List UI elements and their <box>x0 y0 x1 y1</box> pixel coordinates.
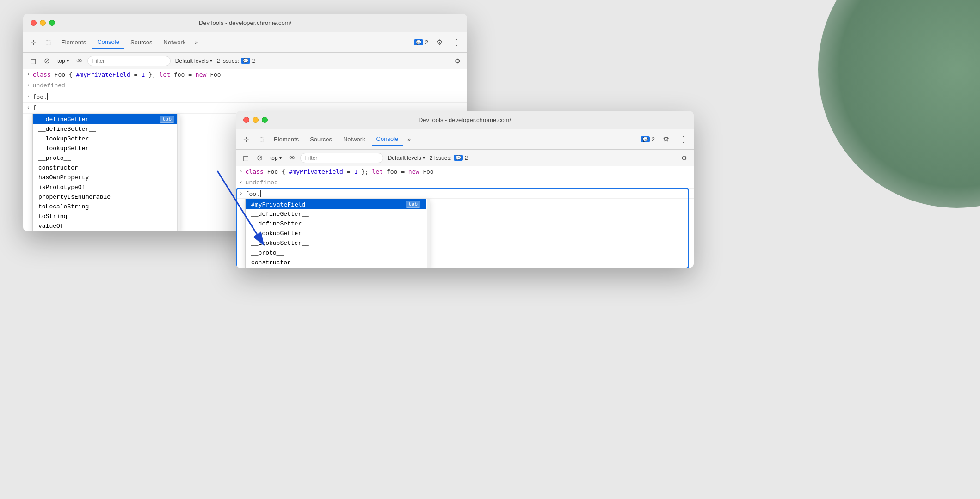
close-button-back[interactable] <box>31 20 37 26</box>
issue-badge-back[interactable]: 💬 2 <box>414 39 428 46</box>
maximize-button-front[interactable] <box>262 117 268 123</box>
foo-input-back: foo. <box>33 93 47 100</box>
maximize-button-back[interactable] <box>49 20 55 26</box>
issues-label-back[interactable]: 2 Issues: 💬 2 <box>217 58 255 64</box>
settings-btn-back[interactable]: ⚙ <box>451 55 463 67</box>
cursor-icon-front[interactable]: ⊹ <box>240 133 253 146</box>
dock-icon[interactable]: ⬚ <box>42 36 55 49</box>
autocomplete-item-3-front[interactable]: __lookupGetter__ <box>246 229 426 238</box>
autocomplete-item-5-front[interactable]: __proto__ <box>246 248 426 258</box>
autocomplete-dropdown-back: __defineGetter__ tab __defineSetter__ __… <box>32 114 180 231</box>
console-row-1-front: › class Foo { #myPrivateField = 1 }; let… <box>236 166 694 177</box>
levels-btn-front[interactable]: Default levels ▾ <box>385 153 428 163</box>
context-selector-front[interactable]: top ▾ <box>267 153 284 163</box>
autocomplete-item-1-back[interactable]: __defineSetter__ <box>33 124 180 134</box>
autocomplete-label-10-back: toString <box>38 213 67 220</box>
autocomplete-item-8-back[interactable]: propertyIsEnumerable <box>33 192 180 202</box>
autocomplete-label-2-front: __defineSetter__ <box>251 220 309 227</box>
autocomplete-item-4-front[interactable]: __lookupSetter__ <box>246 238 426 248</box>
issues-badge-icon-back: 💬 <box>241 58 250 64</box>
tab-console-back[interactable]: Console <box>92 36 124 49</box>
autocomplete-label-4-back: __proto__ <box>38 155 71 162</box>
cursor-icon[interactable]: ⊹ <box>27 36 40 49</box>
console-row-3-front: › foo. <box>236 189 694 199</box>
minimize-button-back[interactable] <box>40 20 46 26</box>
autocomplete-item-10-back[interactable]: toString <box>33 212 180 221</box>
message-icon-front: 💬 <box>641 136 650 142</box>
autocomplete-item-1-front[interactable]: __defineGetter__ <box>246 209 426 219</box>
issues-badge-icon-front: 💬 <box>454 155 463 161</box>
console-row-3-back: › foo. <box>23 91 467 103</box>
arrow-right-1-back[interactable]: › <box>27 72 30 77</box>
filter-input-front[interactable] <box>300 153 383 163</box>
tab-right-front: 💬 2 ⚙ ⋮ <box>641 133 690 146</box>
arrow-right-3-back[interactable]: › <box>27 94 30 99</box>
traffic-lights-back <box>31 20 55 26</box>
clear-btn-front[interactable]: ⊘ <box>253 152 265 164</box>
more-icon-tab-front[interactable]: ⋮ <box>677 133 690 146</box>
more-icon-tab-back[interactable]: ⋮ <box>450 36 463 49</box>
autocomplete-item-6-back[interactable]: hasOwnProperty <box>33 173 180 183</box>
tab-elements-back[interactable]: Elements <box>56 36 91 49</box>
arrow-right-1-front[interactable]: › <box>240 169 243 174</box>
tab-console-front[interactable]: Console <box>372 133 403 146</box>
autocomplete-label-8-back: propertyIsEnumerable <box>38 194 111 201</box>
autocomplete-item-4-back[interactable]: __proto__ <box>33 153 180 163</box>
tab-elements-front[interactable]: Elements <box>269 133 303 146</box>
tab-more-back[interactable]: » <box>192 37 201 48</box>
tab-right-back: 💬 2 ⚙ ⋮ <box>414 36 463 49</box>
autocomplete-label-3-front: __lookupGetter__ <box>251 230 309 237</box>
autocomplete-scrollbar-front[interactable] <box>427 199 430 268</box>
autocomplete-item-2-front[interactable]: __defineSetter__ <box>246 219 426 229</box>
dock-icon-front[interactable]: ⬚ <box>254 133 267 146</box>
issues-text-front: 2 Issues: <box>430 155 452 161</box>
autocomplete-label-7-back: isPrototypeOf <box>38 184 85 191</box>
tab-sources-front[interactable]: Sources <box>305 133 337 146</box>
tab-hint-0-back: tab <box>160 116 174 123</box>
autocomplete-item-5-back[interactable]: constructor <box>33 163 180 173</box>
issues-count-back: 2 <box>252 58 255 64</box>
autocomplete-item-0-front[interactable]: #myPrivateField tab <box>246 199 426 209</box>
levels-btn-back[interactable]: Default levels ▾ <box>173 56 215 66</box>
tab-network-front[interactable]: Network <box>339 133 370 146</box>
undefined-val-front: undefined <box>246 179 278 186</box>
issues-label-front[interactable]: 2 Issues: 💬 2 <box>430 155 468 161</box>
eye-btn-back[interactable]: 👁 <box>74 55 86 67</box>
chevron-icon-front: ▾ <box>279 155 282 160</box>
settings-btn-front[interactable]: ⚙ <box>678 152 690 164</box>
autocomplete-label-1-front: __defineGetter__ <box>251 211 309 218</box>
issues-count-tab-back: 2 <box>425 39 428 46</box>
sidebar-toggle-front[interactable]: ◫ <box>240 152 252 164</box>
sidebar-toggle-back[interactable]: ◫ <box>27 55 39 67</box>
issue-badge-front[interactable]: 💬 2 <box>641 136 655 143</box>
autocomplete-dropdown-front: #myPrivateField tab __defineGetter__ __d… <box>245 199 430 268</box>
tab-sources-back[interactable]: Sources <box>126 36 157 49</box>
autocomplete-item-11-back[interactable]: valueOf <box>33 221 180 231</box>
autocomplete-item-2-back[interactable]: __lookupGetter__ <box>33 134 180 144</box>
tabbar-back: ⊹ ⬚ Elements Console Sources Network » 💬… <box>23 32 467 53</box>
tab-more-front[interactable]: » <box>405 134 413 145</box>
f-val-back: f <box>33 104 37 111</box>
clear-btn-back[interactable]: ⊘ <box>41 55 53 67</box>
tab-network-back[interactable]: Network <box>159 36 191 49</box>
close-button-front[interactable] <box>243 117 249 123</box>
classname-back: Foo <box>55 71 65 78</box>
autocomplete-item-3-back[interactable]: __lookupSetter__ <box>33 144 180 153</box>
autocomplete-item-6-front[interactable]: constructor <box>246 258 426 268</box>
settings-icon-tab-front[interactable]: ⚙ <box>659 133 672 146</box>
undefined-val-back: undefined <box>33 82 65 89</box>
filter-input-back[interactable] <box>87 56 171 66</box>
autocomplete-item-0-back[interactable]: __defineGetter__ tab <box>33 114 180 124</box>
eye-btn-front[interactable]: 👁 <box>286 152 298 164</box>
arrow-right-3-front[interactable]: › <box>240 191 243 196</box>
autocomplete-item-9-back[interactable]: toLocaleString <box>33 202 180 212</box>
levels-chevron-back: ▾ <box>210 58 212 63</box>
settings-icon-tab-back[interactable]: ⚙ <box>433 36 446 49</box>
autocomplete-label-0-front: #myPrivateField <box>251 201 305 208</box>
minimize-button-front[interactable] <box>253 117 259 123</box>
context-selector-back[interactable]: top ▾ <box>55 56 72 66</box>
autocomplete-scrollbar-back[interactable] <box>177 114 180 231</box>
autocomplete-label-6-back: hasOwnProperty <box>38 174 89 181</box>
console-row-2-back: ‹ undefined <box>23 80 467 91</box>
autocomplete-item-7-back[interactable]: isPrototypeOf <box>33 183 180 192</box>
